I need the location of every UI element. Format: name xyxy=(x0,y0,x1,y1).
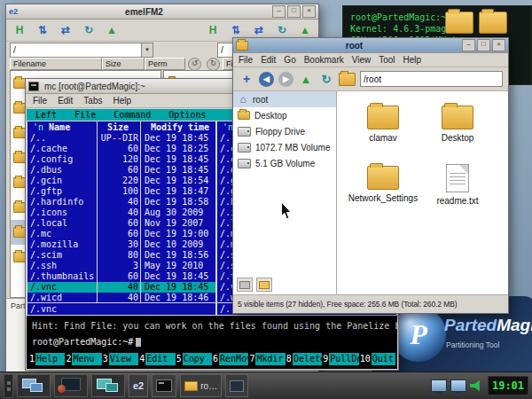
column-mtime[interactable]: Modify time xyxy=(141,121,215,133)
menu-tabs[interactable]: Tabs xyxy=(83,96,102,106)
desktop-folder-icon[interactable] xyxy=(479,12,507,34)
mc-file-row[interactable]: /.hardinfo 40 Dec 19 18:58 xyxy=(27,197,215,207)
sidebar-item-floppy[interactable]: Floppy Drive xyxy=(233,123,336,139)
file-item-readme[interactable]: readme.txt xyxy=(422,164,493,206)
mc-file-row[interactable]: /.mozilla 30 Dec 10 2009 xyxy=(27,239,215,250)
mc-menu-left[interactable]: Left xyxy=(35,109,57,121)
function-key[interactable]: 7 Mkdir xyxy=(248,353,285,365)
minimize-button[interactable]: – xyxy=(462,39,475,51)
taskbar-button-root[interactable]: ro… xyxy=(180,374,222,397)
mc-file-row[interactable]: /.local 60 Nov 19 2007 xyxy=(27,218,215,229)
menu-tool[interactable]: Tool xyxy=(379,55,395,65)
maximize-button[interactable]: □ xyxy=(477,39,490,51)
mc-file-row[interactable]: /.icons 40 Aug 30 2009 xyxy=(27,207,215,218)
sync-right-icon[interactable]: ↻ xyxy=(207,58,220,71)
show-hidden-icon[interactable]: H xyxy=(10,21,29,39)
function-key[interactable]: 2 Menu xyxy=(65,353,101,365)
menu-go[interactable]: Go xyxy=(284,55,295,65)
close-button[interactable]: × xyxy=(492,39,505,51)
fm-icon-view[interactable]: clamav Desktop Network_Settings readme.t… xyxy=(337,91,508,294)
back-icon[interactable]: ◀ xyxy=(259,72,274,87)
column-perm[interactable]: Perm xyxy=(145,58,185,70)
function-key[interactable]: 5 Copy xyxy=(176,353,212,365)
home-folder-icon[interactable] xyxy=(339,73,356,86)
go-up-icon[interactable]: ▲ xyxy=(298,71,314,87)
display-tray-icon[interactable] xyxy=(431,379,447,392)
function-key[interactable]: 1 Help xyxy=(28,353,65,365)
folder-button[interactable] xyxy=(256,278,272,292)
maximize-button[interactable]: □ xyxy=(287,5,301,18)
new-tab-icon[interactable]: + xyxy=(239,71,254,87)
function-key[interactable]: 10 Quit xyxy=(359,353,395,365)
menu-help[interactable]: Help xyxy=(113,96,131,106)
menu-help[interactable]: Help xyxy=(403,55,422,65)
close-button[interactable]: × xyxy=(302,5,316,18)
menu-bookmark[interactable]: Bookmark xyxy=(304,55,344,65)
mc-menu-file[interactable]: File xyxy=(74,109,96,121)
minimize-button[interactable]: – xyxy=(272,5,286,18)
function-key[interactable]: 9 PullDn xyxy=(322,353,358,365)
mc-menu-command[interactable]: Command xyxy=(113,109,151,121)
pager-desktop-1[interactable] xyxy=(17,374,51,397)
mc-file-row[interactable]: /.thumbnails 60 Dec 19 18:45 xyxy=(27,271,215,282)
menu-edit[interactable]: Edit xyxy=(261,55,276,65)
mc-file-row[interactable]: /.dbus 60 Dec 19 18:45 xyxy=(27,165,215,176)
network-tray-icon[interactable] xyxy=(450,379,466,392)
mc-file-row[interactable]: /.scim 80 Dec 19 18:56 xyxy=(27,250,215,261)
forward-icon[interactable]: ▶ xyxy=(278,72,293,87)
panel-handle[interactable] xyxy=(4,374,13,398)
sidebar-item-volume-5gb[interactable]: 5.1 GB Volume xyxy=(233,155,336,171)
desktop-folder-icon[interactable] xyxy=(445,12,473,34)
device-button[interactable] xyxy=(237,278,253,292)
column-name[interactable]: Name xyxy=(49,122,70,132)
column-filename[interactable]: Filename xyxy=(10,58,102,70)
taskbar-button-window[interactable] xyxy=(225,374,248,397)
menu-view[interactable]: View xyxy=(352,55,372,65)
refresh-icon[interactable]: ↻ xyxy=(318,71,334,87)
file-item-network-settings[interactable]: Network_Settings xyxy=(348,166,419,203)
mc-file-row[interactable]: /.wicd 40 Dec 19 18:46 xyxy=(27,293,215,302)
sort-arrows-icon[interactable]: ⇅ xyxy=(226,21,246,39)
shell-prompt[interactable]: root@PartedMagic:~# xyxy=(32,337,141,347)
mc-file-row[interactable]: /.ssh 3 May 19 2010 xyxy=(27,261,215,271)
function-key[interactable]: 4 Edit xyxy=(138,353,175,365)
pager-desktop-2[interactable] xyxy=(91,374,125,397)
go-up-icon[interactable]: ▲ xyxy=(295,21,315,39)
mc-file-row[interactable]: /.config 120 Dec 19 18:45 xyxy=(27,154,215,165)
address-input[interactable] xyxy=(360,71,503,87)
function-key[interactable]: 8 Delete xyxy=(286,353,322,365)
screenshot-tool-icon[interactable] xyxy=(54,374,88,397)
taskbar-button-emelfm2[interactable]: e2 xyxy=(129,374,148,397)
menu-edit[interactable]: Edit xyxy=(58,96,73,106)
dropdown-icon[interactable]: ▾ xyxy=(141,43,153,57)
swap-panes-icon[interactable]: ⇄ xyxy=(249,21,269,39)
mc-file-row[interactable]: /.gftp 100 Dec 19 18:47 xyxy=(27,186,215,197)
refresh-icon[interactable]: ↻ xyxy=(272,21,292,39)
menu-file[interactable]: File xyxy=(239,55,253,65)
mc-file-row[interactable]: /.vnc 40 Dec 19 18:45 xyxy=(27,282,215,293)
menu-file[interactable]: File xyxy=(33,96,47,106)
taskbar-button-terminal[interactable] xyxy=(152,374,176,397)
sidebar-item-root[interactable]: root xyxy=(233,91,336,107)
function-key[interactable]: 6 RenMov xyxy=(212,353,248,365)
column-size[interactable]: Size xyxy=(97,121,141,133)
function-key[interactable]: 3 View xyxy=(102,353,138,365)
file-item-desktop[interactable]: Desktop xyxy=(422,106,493,143)
mc-file-row[interactable]: /.gcin 220 Dec 19 18:54 xyxy=(27,176,215,186)
fm-titlebar[interactable]: root – □ × xyxy=(233,38,508,53)
go-up-icon[interactable]: ▲ xyxy=(102,21,121,39)
sidebar-item-desktop[interactable]: Desktop xyxy=(233,107,336,123)
sort-arrows-icon[interactable]: ⇅ xyxy=(33,21,52,39)
sync-left-icon[interactable]: ↺ xyxy=(188,58,201,71)
path-combo-left[interactable]: / ▾ xyxy=(10,43,153,58)
sidebar-item-volume-1072[interactable]: 1072.7 MB Volume xyxy=(233,139,336,155)
emelfm2-titlebar[interactable]: e2 emelFM2 – □ × xyxy=(6,4,318,20)
volume-icon[interactable] xyxy=(470,379,484,392)
refresh-icon[interactable]: ↻ xyxy=(79,21,98,39)
show-hidden-icon[interactable]: H xyxy=(203,21,223,39)
column-size[interactable]: Size xyxy=(102,58,145,70)
mc-file-row[interactable]: /.mc 60 Dec 19 19:00 xyxy=(27,229,215,239)
file-item-clamav[interactable]: clamav xyxy=(348,106,419,143)
clock[interactable]: 19:01 xyxy=(488,376,528,395)
mc-menu-options[interactable]: Options xyxy=(168,109,206,121)
